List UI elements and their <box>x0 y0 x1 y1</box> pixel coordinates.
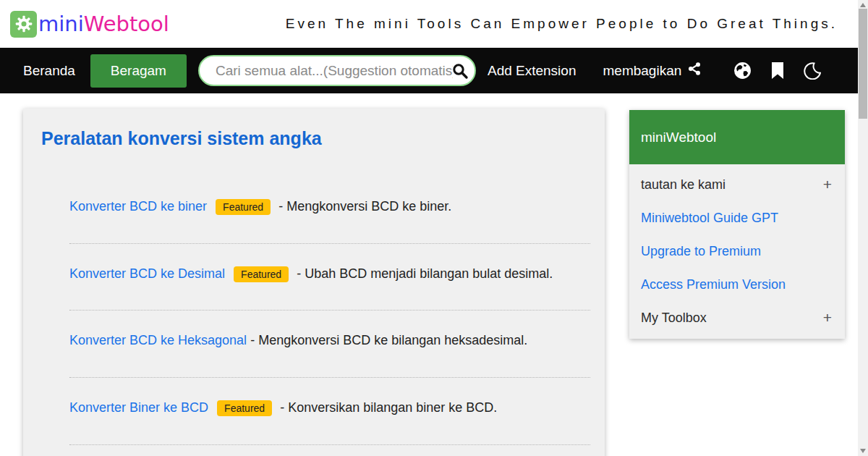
share-icon <box>687 62 702 80</box>
nav-item-beranda[interactable]: Beranda <box>23 63 75 79</box>
main-nav: Beranda Beragam Add Extension membagikan <box>0 48 868 93</box>
search-icon[interactable] <box>451 62 469 80</box>
nav-item-add-extension[interactable]: Add Extension <box>488 63 576 79</box>
tool-description: - Ubah BCD menjadi bilangan bulat desima… <box>297 266 553 281</box>
tool-link[interactable]: Konverter BCD ke biner <box>69 199 207 214</box>
brand-name-mini: mini <box>38 12 84 36</box>
tool-link[interactable]: Konverter BCD ke Heksagonal <box>69 333 247 347</box>
scroll-down-arrow[interactable] <box>860 449 866 453</box>
nav-item-share[interactable]: membagikan <box>603 62 702 80</box>
brand-logo[interactable]: miniWebtool <box>10 11 169 38</box>
tool-description: - Mengkonversi BCD ke bilangan heksadesi… <box>250 333 527 347</box>
tool-list-item: Konverter BCD ke HeksagonalFeatured - Me… <box>69 311 590 378</box>
sidebar-title: miniWebtool <box>629 110 845 164</box>
vertical-scrollbar[interactable] <box>858 0 868 456</box>
top-header: miniWebtool Even The mini Tools Can Empo… <box>0 0 868 48</box>
share-label: membagikan <box>603 63 681 79</box>
brand-name-webtool: Webtool <box>84 12 169 36</box>
nav-item-beragam[interactable]: Beragam <box>90 54 187 88</box>
content-area: Peralatan konversi sistem angka Konverte… <box>0 93 868 456</box>
slogan: Even The mini Tools Can Empower People t… <box>286 16 838 32</box>
sidebar-item-tautan-ke-kami[interactable]: tautan ke kami + <box>629 168 845 201</box>
tool-link[interactable]: Konverter Biner ke BCD <box>69 400 208 415</box>
brand-name: miniWebtool <box>38 14 169 35</box>
tool-link[interactable]: Konverter BCD ke Desimal <box>69 266 225 281</box>
sidebar-menu: tautan ke kami + Miniwebtool Guide GPT +… <box>629 164 845 339</box>
tool-list: Konverter BCD ke binerFeatured - Mengkon… <box>41 177 593 445</box>
sidebar-item-access-premium[interactable]: Access Premium Version + <box>629 268 845 301</box>
sidebar-item-guide-gpt[interactable]: Miniwebtool Guide GPT + <box>629 201 845 235</box>
plus-icon[interactable]: + <box>823 309 832 326</box>
tool-list-item: Konverter BCD ke DesimalFeatured - Ubah … <box>69 244 590 311</box>
gear-icon <box>10 11 37 38</box>
tool-description: - Mengkonversi BCD ke biner. <box>278 199 451 214</box>
plus-icon[interactable]: + <box>823 176 832 193</box>
globe-icon[interactable] <box>733 62 752 80</box>
scroll-up-arrow[interactable] <box>860 3 866 7</box>
tools-card: Peralatan konversi sistem angka Konverte… <box>23 109 605 456</box>
featured-badge: Featured <box>234 266 289 282</box>
sidebar-item-my-toolbox[interactable]: My Toolbox + <box>629 301 845 334</box>
tool-description: - Konversikan bilangan biner ke BCD. <box>280 400 497 415</box>
tool-list-item: Konverter Biner ke BCDFeatured - Konvers… <box>69 378 590 445</box>
moon-icon[interactable] <box>804 62 821 80</box>
search-box <box>198 55 476 86</box>
featured-badge: Featured <box>216 199 271 215</box>
search-input[interactable] <box>198 55 476 86</box>
scrollbar-thumb[interactable] <box>859 9 867 119</box>
tool-list-item: Konverter BCD ke binerFeatured - Mengkon… <box>69 177 590 244</box>
sidebar-item-upgrade-premium[interactable]: Upgrade to Premium + <box>629 235 845 268</box>
sidebar: miniWebtool tautan ke kami + Miniwebtool… <box>629 110 845 339</box>
page-title: Peralatan konversi sistem angka <box>41 128 593 149</box>
bookmark-icon[interactable] <box>770 62 785 80</box>
featured-badge: Featured <box>217 400 272 416</box>
